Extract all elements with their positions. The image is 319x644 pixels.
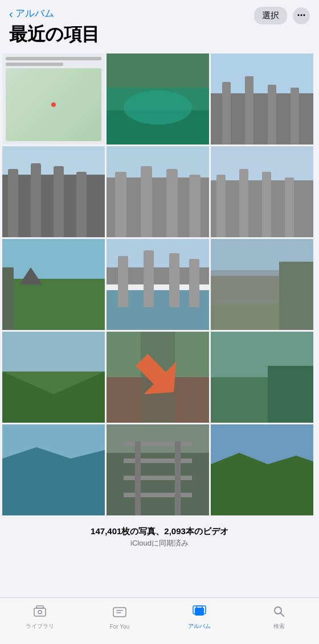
svg-rect-53 [2, 332, 105, 371]
svg-rect-18 [76, 172, 87, 237]
tab-albums-label: アルバム [188, 622, 211, 630]
back-chevron-icon: ‹ [9, 8, 13, 19]
photo-cell[interactable] [107, 53, 209, 145]
photo-cell[interactable] [211, 424, 313, 515]
content-area: 147,401枚の写真、2,093本のビデオ iCloudに同期済み [0, 52, 319, 592]
svg-rect-59 [141, 332, 175, 423]
svg-rect-31 [262, 172, 271, 237]
svg-rect-36 [2, 267, 14, 330]
svg-rect-32 [285, 177, 294, 237]
photo-cell[interactable] [2, 424, 105, 515]
svg-rect-34 [2, 239, 105, 279]
photo-cell[interactable] [211, 332, 313, 423]
svg-rect-43 [118, 256, 128, 307]
tab-bar: ライブラリ For You アルバム 検索 [0, 597, 319, 644]
svg-rect-72 [124, 441, 192, 446]
sync-status: iCloudに同期済み [5, 538, 314, 548]
photo-cell[interactable] [2, 239, 105, 330]
tab-library-label: ライブラリ [26, 622, 54, 630]
tab-foryou[interactable]: For You [80, 598, 160, 633]
search-icon [272, 605, 286, 621]
photo-cell[interactable] [107, 424, 209, 515]
svg-rect-44 [144, 250, 154, 307]
select-button[interactable]: 選択 [254, 7, 287, 24]
svg-marker-81 [211, 453, 313, 515]
svg-rect-51 [279, 262, 313, 330]
svg-marker-68 [2, 447, 105, 515]
svg-rect-29 [216, 175, 226, 237]
page-title: 最近の項目 [9, 22, 310, 47]
svg-rect-77 [175, 441, 181, 515]
svg-rect-23 [141, 166, 152, 237]
tab-library[interactable]: ライブラリ [0, 598, 80, 633]
svg-rect-76 [135, 441, 141, 515]
svg-rect-64 [268, 366, 313, 423]
back-label: アルバム [15, 7, 54, 20]
photo-cell[interactable] [107, 332, 209, 423]
svg-rect-9 [245, 76, 253, 145]
albums-icon [193, 605, 206, 621]
svg-rect-24 [166, 169, 178, 237]
svg-rect-25 [189, 175, 201, 237]
svg-rect-82 [34, 608, 46, 616]
photo-cell[interactable] [2, 146, 105, 237]
photo-cell[interactable] [211, 146, 313, 237]
svg-rect-70 [107, 424, 209, 453]
svg-rect-17 [54, 166, 64, 237]
photo-cell[interactable] [211, 239, 313, 330]
tab-search-label: 検索 [273, 622, 285, 630]
svg-rect-30 [239, 169, 248, 237]
svg-rect-85 [113, 608, 126, 617]
svg-rect-11 [291, 88, 299, 145]
svg-rect-75 [124, 493, 192, 497]
svg-point-84 [38, 610, 42, 614]
svg-point-4 [124, 90, 192, 125]
photo-cell[interactable] [2, 332, 105, 423]
foryou-icon [113, 606, 126, 622]
svg-line-92 [281, 613, 284, 617]
svg-rect-46 [189, 259, 199, 307]
library-icon [33, 605, 47, 621]
tab-foryou-label: For You [110, 624, 129, 630]
svg-rect-35 [2, 279, 105, 330]
svg-rect-45 [169, 253, 179, 307]
svg-rect-73 [124, 459, 192, 463]
svg-rect-8 [222, 82, 231, 145]
photo-cell[interactable] [211, 53, 313, 145]
footer-info: 147,401枚の写真、2,093本のビデオ iCloudに同期済み [0, 517, 319, 553]
photo-cell[interactable] [107, 146, 209, 237]
svg-rect-16 [31, 163, 41, 237]
svg-rect-1 [107, 53, 209, 88]
photo-count: 147,401枚の写真、2,093本のビデオ [5, 526, 314, 537]
svg-rect-15 [8, 169, 18, 237]
svg-rect-22 [115, 172, 126, 237]
svg-rect-10 [268, 85, 276, 145]
svg-rect-74 [124, 476, 192, 480]
top-right-actions: 選択 ··· [254, 7, 310, 24]
tab-albums[interactable]: アルバム [160, 598, 239, 633]
header: ‹ アルバム 最近の項目 選択 ··· [0, 0, 319, 52]
photo-cell[interactable] [107, 239, 209, 330]
photo-cell[interactable] [2, 53, 105, 145]
tab-search[interactable]: 検索 [239, 598, 319, 633]
more-button[interactable]: ··· [293, 7, 310, 24]
svg-rect-83 [36, 606, 43, 608]
photo-grid [0, 52, 319, 517]
